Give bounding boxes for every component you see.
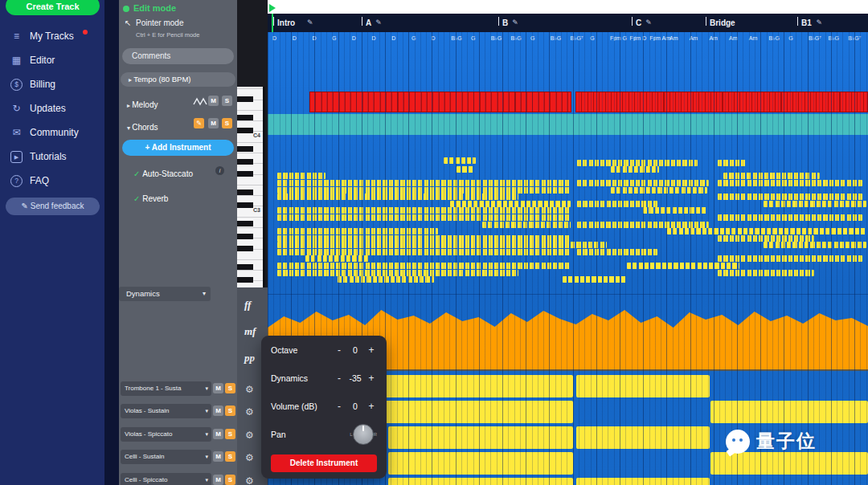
- edit-section-icon[interactable]: ✎: [375, 18, 382, 26]
- note-strip[interactable]: [627, 263, 739, 269]
- melody-track-row[interactable]: ▸ Melody: [127, 96, 158, 111]
- sidebar-item-tutorials[interactable]: ▶ Tutorials: [0, 145, 104, 169]
- note-strip[interactable]: [718, 270, 814, 276]
- tempo-button[interactable]: ▸ Tempo (80 BPM): [121, 72, 235, 87]
- note-strip[interactable]: [277, 249, 571, 255]
- chords-pencil-button[interactable]: ✎: [194, 118, 204, 128]
- note-strip[interactable]: [718, 214, 862, 221]
- note-strip[interactable]: [277, 263, 571, 269]
- clip-yellow[interactable]: [710, 452, 868, 475]
- section-label[interactable]: A: [366, 18, 371, 27]
- piano-keyboard[interactable]: C4C3: [237, 87, 265, 287]
- comments-button[interactable]: Comments: [122, 48, 234, 64]
- chords-solo-button[interactable]: S: [222, 118, 232, 128]
- note-strip[interactable]: [611, 166, 659, 173]
- note-strip[interactable]: [277, 242, 607, 248]
- instrument-selector[interactable]: Violas - Sustain▾: [121, 404, 211, 418]
- note-strip[interactable]: [723, 173, 820, 179]
- note-strip[interactable]: [457, 166, 474, 173]
- create-track-button[interactable]: Create Track: [6, 0, 100, 15]
- note-strip[interactable]: [277, 214, 571, 221]
- section-label[interactable]: B: [502, 18, 508, 27]
- chords-track-row[interactable]: ▾ Chords: [127, 119, 158, 133]
- instrument-solo-button[interactable]: S: [225, 383, 235, 393]
- clip-yellow[interactable]: [388, 452, 573, 475]
- note-strip[interactable]: [277, 180, 571, 186]
- marker-clip[interactable]: [309, 92, 571, 112]
- note-strip[interactable]: [277, 187, 571, 194]
- instrument-solo-button[interactable]: S: [225, 475, 235, 485]
- instrument-mute-button[interactable]: M: [213, 429, 223, 439]
- playhead-marker-icon[interactable]: [269, 4, 276, 12]
- note-strip[interactable]: [577, 160, 698, 166]
- clip-yellow[interactable]: [576, 426, 710, 449]
- reverb-row[interactable]: ✓ Reverb: [133, 190, 168, 205]
- clip-yellow[interactable]: [388, 426, 573, 449]
- pan-knob[interactable]: [353, 424, 374, 445]
- add-instrument-button[interactable]: + Add Instrument: [122, 140, 234, 156]
- auto-staccato-row[interactable]: ✓ Auto-Staccato: [133, 165, 193, 180]
- sidebar-item-faq[interactable]: ? FAQ: [0, 169, 104, 193]
- edit-section-icon[interactable]: ✎: [307, 18, 313, 26]
- instrument-selector[interactable]: Violas - Spiccato▾: [121, 427, 211, 442]
- timeline-ruler[interactable]: Intro✎A✎B✎C✎BridgeB1✎: [268, 14, 868, 32]
- note-strip[interactable]: [277, 270, 518, 276]
- note-strip[interactable]: [482, 222, 571, 228]
- note-strip[interactable]: [577, 180, 709, 186]
- info-icon[interactable]: i: [215, 166, 224, 175]
- instrument-settings-icon[interactable]: ⚙: [245, 406, 254, 418]
- section-label[interactable]: Bridge: [710, 18, 735, 27]
- sidebar-item-updates[interactable]: ↻ Updates: [0, 96, 104, 120]
- edit-section-icon[interactable]: ✎: [816, 18, 822, 26]
- sidebar-item-billing[interactable]: $ Billing: [0, 72, 104, 96]
- delete-instrument-button[interactable]: Delete Instrument: [271, 454, 377, 472]
- octave-increase-button[interactable]: +: [366, 344, 377, 356]
- note-strip[interactable]: [450, 201, 571, 207]
- volume-decrease-button[interactable]: -: [334, 401, 345, 412]
- chords-mute-button[interactable]: M: [208, 118, 219, 128]
- note-strip[interactable]: [577, 201, 657, 207]
- instrument-selector[interactable]: Trombone 1 - Susta▾: [121, 381, 211, 396]
- note-strip[interactable]: [444, 157, 476, 164]
- note-strip[interactable]: [277, 207, 571, 214]
- clip-yellow[interactable]: [576, 478, 710, 485]
- note-strip[interactable]: [563, 276, 627, 283]
- clip-yellow[interactable]: [576, 375, 710, 397]
- note-strip[interactable]: [277, 235, 571, 242]
- clip-yellow[interactable]: [710, 401, 868, 423]
- dynamics-dropdown[interactable]: Dynamics ▾: [119, 287, 211, 301]
- instrument-selector[interactable]: Celli - Sustain▾: [121, 450, 211, 464]
- sidebar-item-community[interactable]: ✉ Community: [0, 120, 104, 145]
- instrument-solo-button[interactable]: S: [225, 451, 235, 462]
- note-strip[interactable]: [718, 194, 862, 200]
- note-strip[interactable]: [643, 207, 707, 214]
- note-strip[interactable]: [764, 201, 866, 207]
- note-strip[interactable]: [718, 160, 747, 166]
- note-strip[interactable]: [764, 242, 866, 248]
- edit-section-icon[interactable]: ✎: [512, 18, 518, 26]
- instrument-mute-button[interactable]: M: [213, 383, 223, 393]
- note-strip[interactable]: [577, 222, 709, 228]
- section-label[interactable]: C: [636, 18, 641, 27]
- clip-yellow[interactable]: [388, 478, 573, 485]
- instrument-mute-button[interactable]: M: [213, 475, 223, 485]
- dynamics-increase-button[interactable]: +: [366, 373, 377, 384]
- section-label[interactable]: Intro: [277, 18, 295, 27]
- instrument-solo-button[interactable]: S: [225, 429, 235, 439]
- melody-solo-button[interactable]: S: [222, 96, 232, 106]
- note-strip[interactable]: [277, 173, 326, 179]
- octave-decrease-button[interactable]: -: [334, 344, 345, 356]
- note-strip[interactable]: [718, 235, 814, 242]
- section-label[interactable]: B1: [801, 18, 812, 27]
- marker-clip[interactable]: [575, 92, 868, 112]
- note-strip[interactable]: [305, 255, 370, 262]
- instrument-settings-icon[interactable]: ⚙: [245, 384, 254, 395]
- instrument-solo-button[interactable]: S: [225, 406, 235, 416]
- instrument-mute-button[interactable]: M: [213, 406, 223, 416]
- instrument-settings-icon[interactable]: ⚙: [245, 430, 254, 441]
- note-strip[interactable]: [667, 228, 866, 234]
- note-strip[interactable]: [611, 187, 707, 194]
- send-feedback-button[interactable]: ✎ Send feedback: [6, 198, 100, 215]
- note-strip[interactable]: [718, 180, 862, 186]
- instrument-mute-button[interactable]: M: [213, 451, 223, 462]
